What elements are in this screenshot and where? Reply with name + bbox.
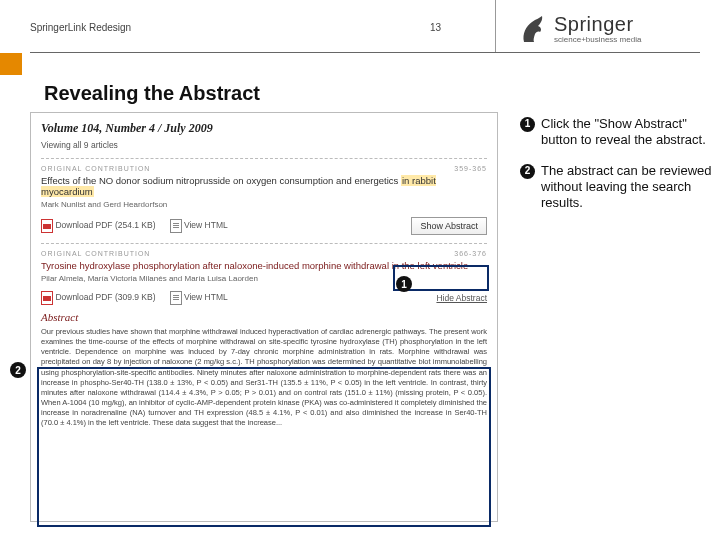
show-abstract-button[interactable]: Show Abstract (411, 217, 487, 235)
pdf-icon (41, 219, 53, 233)
logo-name: Springer (554, 14, 641, 34)
article2-category: ORIGINAL CONTRIBUTION (41, 250, 150, 257)
logo-tagline: science+business media (554, 36, 641, 44)
view-html-link[interactable]: View HTML (170, 219, 228, 233)
hide-abstract-link[interactable]: Hide Abstract (436, 293, 487, 303)
note-2-text: The abstract can be reviewed without lea… (541, 163, 720, 212)
abstract-heading: Abstract (41, 311, 487, 323)
horse-icon (518, 12, 548, 46)
article1-category-row: ORIGINAL CONTRIBUTION 359-365 (41, 165, 487, 172)
article1-category: ORIGINAL CONTRIBUTION (41, 165, 150, 172)
download-pdf-link[interactable]: Download PDF (309.9 KB) (41, 291, 156, 305)
article2-category-row: ORIGINAL CONTRIBUTION 366-376 (41, 250, 487, 257)
article1-title[interactable]: Effects of the NO donor sodium nitroprus… (41, 175, 487, 197)
header-rule (30, 52, 700, 53)
orange-accent (0, 53, 22, 75)
screenshot-figure: Volume 104, Number 4 / July 2009 Viewing… (30, 112, 498, 522)
notes-panel: 1 Click the "Show Abstract" button to re… (520, 116, 720, 225)
article1-title-pre: Effects of the NO donor sodium nitroprus… (41, 175, 401, 186)
header-title: SpringerLink Redesign (30, 22, 131, 33)
page-number: 13 (430, 22, 441, 33)
divider (41, 243, 487, 244)
note-1-text: Click the "Show Abstract" button to reve… (541, 116, 720, 149)
slide: SpringerLink Redesign 13 Springer scienc… (0, 0, 720, 540)
viewing-count: Viewing all 9 articles (41, 140, 487, 150)
article2-pages: 366-376 (454, 250, 487, 257)
volume-line: Volume 104, Number 4 / July 2009 (41, 121, 487, 136)
article1-pages: 359-365 (454, 165, 487, 172)
header: SpringerLink Redesign 13 Springer scienc… (0, 0, 720, 54)
download-pdf-link[interactable]: Download PDF (254.1 KB) (41, 219, 156, 233)
divider (41, 158, 487, 159)
html-icon (170, 219, 182, 233)
pdf-icon (41, 291, 53, 305)
article1-authors: Mark Nunlist and Gerd Heardorfson (41, 200, 487, 209)
marker-2: 2 (10, 362, 26, 378)
header-divider (495, 0, 496, 52)
view-html-link[interactable]: View HTML (170, 291, 228, 305)
article1-actions: Download PDF (254.1 KB) View HTML Show A… (41, 217, 487, 235)
callout-box-2 (37, 367, 491, 527)
article2-title-pre: Tyrosine hydroxylase phosphorylation aft… (41, 260, 392, 271)
springer-logo: Springer science+business media (518, 8, 698, 50)
html-icon (170, 291, 182, 305)
marker-1: 1 (396, 276, 412, 292)
note-1-number: 1 (520, 117, 535, 132)
note-2: 2 The abstract can be reviewed without l… (520, 163, 720, 212)
article2-actions: Download PDF (309.9 KB) View HTML Hide A… (41, 291, 487, 305)
page-title: Revealing the Abstract (44, 82, 260, 105)
note-2-number: 2 (520, 164, 535, 179)
note-1: 1 Click the "Show Abstract" button to re… (520, 116, 720, 149)
